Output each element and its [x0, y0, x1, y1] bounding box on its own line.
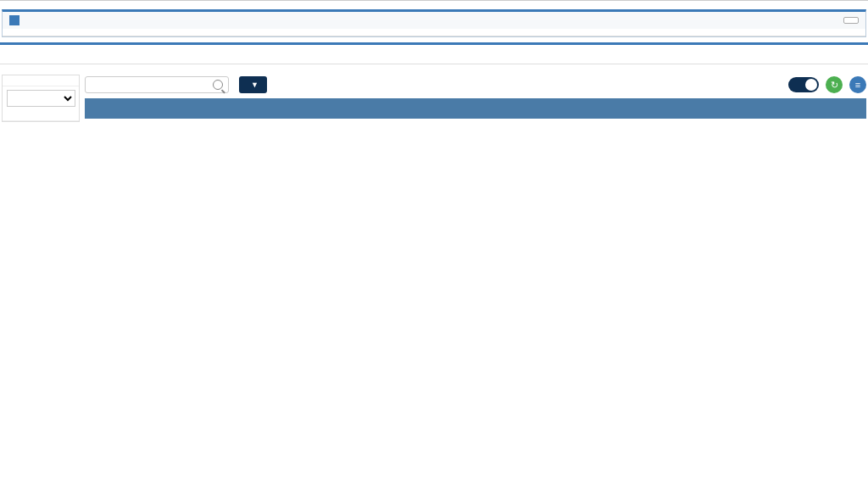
- scope-items-table: [0, 57, 868, 64]
- scope-items-title: [0, 50, 868, 57]
- action-items-title: [9, 15, 26, 25]
- search-icon: [213, 80, 223, 90]
- search-input[interactable]: [91, 80, 213, 90]
- group-header-requirements[interactable]: [85, 108, 866, 119]
- list-icon: [9, 15, 19, 25]
- new-action-item-button[interactable]: [843, 17, 859, 24]
- action-items-panel: [2, 9, 866, 37]
- layouts-heading: [3, 75, 79, 86]
- sidebar: [2, 75, 80, 122]
- action-items-table: [3, 29, 865, 36]
- layout-select[interactable]: [7, 90, 75, 107]
- refresh-icon[interactable]: ↻: [826, 76, 843, 93]
- sections-heading: [3, 110, 79, 121]
- interlace-toggle[interactable]: [788, 77, 819, 92]
- more-filters-button[interactable]: ▼: [239, 76, 267, 93]
- group-header-planning[interactable]: [85, 98, 866, 108]
- search-box[interactable]: [85, 76, 229, 93]
- menu-icon[interactable]: ≡: [849, 76, 866, 93]
